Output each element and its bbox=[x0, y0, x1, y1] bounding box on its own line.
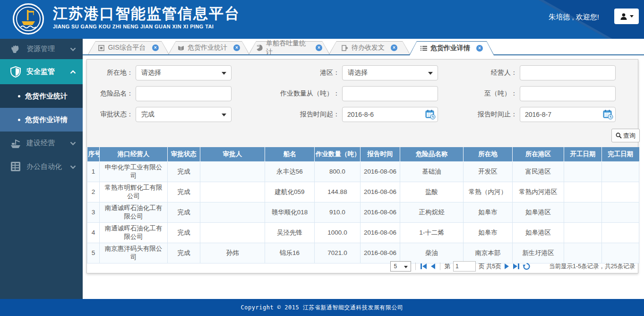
tab-pending-documents[interactable]: 待办收发文 × bbox=[329, 41, 410, 54]
table-cell: 910.0 bbox=[315, 202, 361, 223]
table-row[interactable]: 2常熟市明辉化工有限公司完成建航化059144.882016-08-06盐酸常熟… bbox=[87, 182, 639, 202]
page-number-input[interactable] bbox=[453, 261, 476, 272]
table-cell bbox=[564, 162, 602, 182]
table-row[interactable]: 3南通诚晖石油化工有限公司完成赣华顺化018910.02016-08-06正构烷… bbox=[87, 202, 639, 223]
filter-field-report-date-from: 报告时间起： bbox=[266, 107, 438, 122]
previous-page-icon[interactable] bbox=[430, 263, 436, 270]
book-icon bbox=[178, 45, 184, 51]
tab-close-icon[interactable]: × bbox=[233, 44, 240, 51]
table-row[interactable]: 4南通诚晖石油化工有限公司完成吴泾先锋1000.02016-08-061-十二烯… bbox=[87, 223, 639, 243]
table-cell: 1000.0 bbox=[315, 223, 361, 243]
table-cell: 1-十二烯 bbox=[400, 223, 464, 243]
user-menu-button[interactable] bbox=[614, 9, 639, 24]
tab-label: GIS综合平台 bbox=[108, 44, 146, 52]
table-cell: 常熟（内河） bbox=[464, 182, 513, 202]
quantity-to-input[interactable] bbox=[520, 86, 616, 101]
column-header: 作业数量（吨） bbox=[315, 147, 361, 162]
filter-field-quantity-from: 作业数量从（吨）： bbox=[266, 86, 438, 101]
sidebar-item-construction-operation[interactable]: 建设经营 bbox=[0, 132, 83, 155]
list-icon bbox=[421, 45, 427, 51]
sidebar-item-safety-supervision[interactable]: 安全监管 bbox=[0, 59, 83, 84]
office-grid-icon bbox=[9, 160, 22, 173]
page-size-select[interactable]: 5 bbox=[390, 261, 411, 272]
sidebar-item-resource-management[interactable]: 资源管理 bbox=[0, 39, 83, 59]
filter-field-location: 所在地： 请选择 bbox=[87, 65, 232, 80]
table-cell: 4 bbox=[87, 223, 100, 243]
tab-close-icon[interactable]: × bbox=[316, 44, 322, 51]
refresh-icon[interactable] bbox=[523, 263, 530, 270]
gis-icon bbox=[98, 45, 104, 51]
chevron-up-icon bbox=[70, 68, 76, 76]
select-value: 完成 bbox=[141, 110, 155, 119]
tab-bar: GIS综合平台 × 危货作业统计 × 单船吞吐量统计 × bbox=[83, 40, 644, 55]
calendar-icon[interactable] bbox=[425, 109, 436, 120]
table-cell: 2 bbox=[87, 182, 100, 202]
first-page-icon[interactable] bbox=[420, 263, 427, 270]
filter-field-quantity-to: 至（吨）： bbox=[455, 86, 616, 101]
filter-area: 所在地： 请选择 港区： 请选择 经营人： 危险品名： 作业数量从（吨）： bbox=[87, 60, 638, 147]
table-cell bbox=[564, 182, 602, 202]
tab-close-icon[interactable]: × bbox=[391, 44, 397, 51]
shield-icon bbox=[9, 66, 22, 78]
column-header: 所在港区 bbox=[513, 147, 564, 162]
tab-close-icon[interactable]: × bbox=[476, 45, 483, 52]
field-label: 报告时间起： bbox=[266, 110, 342, 119]
column-header: 所在地 bbox=[464, 147, 513, 162]
divider bbox=[415, 263, 416, 270]
tab-dangerous-cargo-statistics[interactable]: 危货作业统计 × bbox=[168, 41, 249, 54]
tab-gis-platform[interactable]: GIS综合平台 × bbox=[88, 41, 169, 54]
column-header: 开工日期 bbox=[564, 147, 602, 162]
tab-label: 待办收发文 bbox=[352, 44, 385, 52]
tab-single-ship-throughput[interactable]: 单船吞吐量统计 × bbox=[249, 41, 330, 54]
table-cell: 2016-08-06 bbox=[361, 162, 400, 182]
select-value: 请选择 bbox=[141, 69, 161, 77]
chevron-down-icon bbox=[70, 163, 76, 171]
search-button[interactable]: 查询 bbox=[611, 129, 640, 142]
table-header-row: 序号港口经营人审批状态审批人船名作业数量（吨）报告时间危险品名称所在地所在港区开… bbox=[87, 147, 639, 162]
sidebar-item-dangerous-cargo-statistics[interactable]: 危货作业统计 bbox=[0, 84, 83, 108]
sidebar-item-office-automation[interactable]: 办公自动化 bbox=[0, 155, 83, 178]
last-page-icon[interactable] bbox=[513, 263, 520, 270]
report-date-from-input[interactable] bbox=[342, 107, 438, 122]
next-page-icon[interactable] bbox=[504, 263, 510, 270]
tab-close-icon[interactable]: × bbox=[152, 44, 159, 51]
operator-input[interactable] bbox=[520, 65, 616, 80]
table-cell: 完成 bbox=[168, 182, 200, 202]
table-cell: 建航化059 bbox=[265, 182, 315, 202]
table-cell: 赣华顺化018 bbox=[265, 202, 315, 223]
table-cell: 2016-08-06 bbox=[361, 182, 400, 202]
approval-status-select[interactable]: 完成 bbox=[136, 107, 232, 122]
document-export-icon bbox=[342, 45, 348, 51]
port-area-select[interactable]: 请选择 bbox=[342, 65, 438, 80]
column-header: 序号 bbox=[87, 147, 100, 162]
table-cell: 永丰达56 bbox=[265, 162, 315, 182]
report-date-to-input[interactable] bbox=[520, 107, 616, 122]
calendar-icon[interactable] bbox=[603, 109, 613, 120]
column-header: 审批状态 bbox=[168, 147, 200, 162]
table-cell: 富民港区 bbox=[513, 162, 564, 182]
table-cell bbox=[602, 162, 639, 182]
location-select[interactable]: 请选择 bbox=[136, 65, 232, 80]
pie-chart-icon bbox=[256, 44, 263, 51]
table-cell: 盐酸 bbox=[400, 182, 464, 202]
column-header: 报告时间 bbox=[361, 147, 400, 162]
dangerous-goods-name-input[interactable] bbox=[136, 86, 232, 101]
column-header: 完工日期 bbox=[602, 147, 639, 162]
resource-icon bbox=[9, 43, 22, 55]
sidebar-item-label: 办公自动化 bbox=[26, 162, 70, 171]
sidebar-item-dangerous-cargo-details[interactable]: 危货作业详情 bbox=[0, 108, 83, 132]
app-title: 江苏港口智能监管信息平台 bbox=[53, 5, 240, 22]
tab-dangerous-cargo-details[interactable]: 危货作业详情 × bbox=[409, 41, 494, 55]
filter-field-operator: 经营人： bbox=[455, 65, 616, 80]
table-cell bbox=[564, 202, 602, 223]
bullet-icon bbox=[18, 119, 20, 121]
tabbar-underline bbox=[83, 54, 644, 55]
results-table: 序号港口经营人审批状态审批人船名作业数量（吨）报告时间危险品名称所在地所在港区开… bbox=[87, 147, 639, 263]
quantity-from-input[interactable] bbox=[342, 86, 438, 101]
port-logo bbox=[13, 3, 44, 35]
table-cell: 基础油 bbox=[400, 162, 464, 182]
table-row[interactable]: 1申华化学工业有限公司完成永丰达56800.02016-08-06基础油开发区富… bbox=[87, 162, 639, 182]
filter-field-dangerous-goods-name: 危险品名： bbox=[87, 86, 232, 101]
field-label: 至（吨）： bbox=[455, 89, 520, 98]
select-value: 请选择 bbox=[348, 69, 368, 77]
